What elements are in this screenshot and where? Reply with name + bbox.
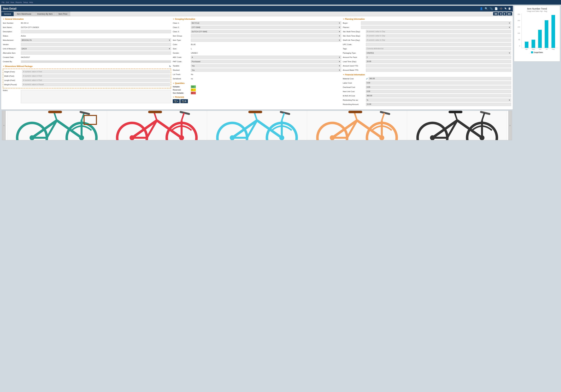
std-build-row: Std. Build Time (Day): A numeric value i… [343, 30, 511, 33]
unit-row: Unit of Measure: EACH ▼ [3, 47, 171, 51]
tab-item-warehouse[interactable]: Item Warehouse [14, 12, 34, 16]
class1-select[interactable]: BICYCLE ▼ [191, 22, 341, 25]
tab-general[interactable]: General [1, 12, 14, 16]
export-icon[interactable]: 📄 [495, 7, 498, 10]
clip-icon[interactable]: 📎 [490, 7, 493, 10]
planner-select[interactable]: ▼ [361, 26, 511, 29]
item-type-select[interactable]: ▼ [191, 39, 341, 42]
nav-next-button[interactable]: ▶ [503, 12, 507, 15]
detail-header: Item Detail 👤 🔍 📎 📄 ➕ ✎ 🗑 [1, 6, 513, 11]
manage-picture-button[interactable]: 📷⚙ [180, 99, 188, 103]
nettable-bar: 10 [191, 85, 196, 88]
gallery-item-5[interactable] [408, 111, 507, 140]
buyer-select[interactable]: ▼ [361, 22, 511, 25]
add-picture-button[interactable]: 📷+ [173, 99, 180, 103]
created-by-label: Created By: [3, 61, 21, 63]
item-name-row: Item Name: DUTCH CITY UNISEX [3, 25, 171, 29]
amount-used-input[interactable] [366, 64, 511, 67]
packaging-select[interactable]: CRATES ▼ [366, 51, 511, 55]
financial-section: Financial Information Material Cost: 🔗 3… [343, 74, 511, 106]
tab-item-price[interactable]: Item Price [56, 12, 70, 16]
col-planning: Planning Information Buyer: ▼ Planner: [343, 18, 511, 108]
item-group-select[interactable]: ▼ [191, 34, 341, 38]
std-build-input[interactable]: A numeric value in Day [366, 30, 511, 33]
material-input[interactable]: 360.00 [368, 77, 511, 80]
planner-label: Planner: [343, 26, 361, 28]
dimensions-box: Height (Feet): A numeric value in Feet W… [3, 69, 171, 88]
labor-input[interactable]: 0.00 [366, 81, 511, 85]
vendor-input[interactable] [21, 43, 171, 46]
unit-select[interactable]: EACH ▼ [21, 47, 171, 50]
menu-edit[interactable]: Edit [6, 1, 9, 3]
taxable-select[interactable]: Yes ▼ [191, 64, 341, 67]
restocking-amount-input[interactable]: 15.00 [366, 103, 511, 106]
width-input[interactable]: A numeric value in Feet [22, 74, 170, 78]
notes-input[interactable] [21, 90, 171, 103]
gallery-prev-button[interactable]: ‹ [2, 111, 6, 140]
menu-setup[interactable]: Setup [23, 1, 28, 3]
gallery-item-2[interactable] [107, 111, 206, 140]
shelf-life-row: Shelf Life Time (Day): A numeric value i… [343, 38, 511, 42]
overhead-input[interactable]: 0.00 [366, 86, 511, 89]
length-input[interactable]: A numeric value in Feet [22, 79, 170, 82]
amount-made-input[interactable] [366, 68, 511, 72]
add-icon[interactable]: ➕ [499, 7, 503, 10]
gallery-item-3[interactable] [207, 111, 307, 140]
svg-line-36 [255, 113, 257, 120]
wavg-input[interactable]: 360.00 [366, 94, 511, 98]
buyer-row: Buyer: ▼ [343, 21, 511, 25]
picture-buttons: 📷+ 📷⚙ [173, 99, 341, 103]
edit-icon[interactable]: ✎ [504, 7, 507, 10]
next-unit-input[interactable]: 0.00 [366, 90, 511, 93]
gallery-item-1[interactable] [7, 111, 107, 140]
alt-item-input[interactable] [21, 51, 171, 55]
description-row: Description: [3, 30, 171, 33]
nav-last-button[interactable]: ▶▶ [507, 12, 512, 15]
height-input[interactable]: A numeric value in Feet [22, 70, 170, 73]
nav-first-button[interactable]: ◀◀ [493, 12, 498, 15]
gallery-item-4[interactable] [307, 111, 407, 140]
tags-input[interactable]: Comma delimited list [366, 47, 511, 50]
class3-select[interactable]: DUTCH CITY BIKE ▼ [191, 30, 341, 33]
shelf-life-input[interactable]: A numeric value in Day [366, 39, 511, 42]
tab-inventory-by-item[interactable]: Inventory By Item [34, 12, 55, 16]
menu-file[interactable]: File [2, 1, 5, 3]
amount-used-label: Amount Used YTD: [343, 65, 366, 67]
nav-prev-button[interactable]: ◀ [499, 12, 502, 15]
pmt-select[interactable]: Purchased ▼ [191, 60, 341, 63]
menu-view[interactable]: View [10, 1, 14, 3]
menu-help[interactable]: Help [29, 1, 33, 3]
pmt-arrow-icon: ▼ [339, 61, 340, 63]
upc-input[interactable] [366, 43, 511, 46]
lead-time-input[interactable]: 20.00 [366, 60, 511, 63]
height-label: Height (Feet): [4, 71, 22, 73]
std-dock-input[interactable]: A numeric value in Day [366, 34, 511, 38]
search-icon[interactable]: 🔍 [485, 7, 488, 10]
length-label: Length (Feet): [4, 79, 22, 81]
y-label-5: 250 [516, 13, 520, 15]
alt-item-row: Alternative Item: [3, 51, 171, 55]
unit-value: EACH [22, 48, 27, 50]
created-by-row: Created By: ████████████ [3, 60, 171, 63]
weight-input[interactable]: A numeric value in Pound [22, 83, 170, 86]
class2-select[interactable]: CITY BIKE ▼ [191, 26, 341, 29]
chart-bar-jun [538, 30, 542, 48]
material-link-icon[interactable]: 🔗 [366, 78, 368, 80]
delete-icon[interactable]: 🗑 [508, 7, 511, 10]
amount-pack-input[interactable]: 1 [366, 56, 511, 59]
gallery-next-button[interactable]: › [508, 111, 512, 140]
header-icons: 👤 🔍 📎 📄 ➕ ✎ 🗑 [480, 7, 511, 10]
restocking-fee-select[interactable]: % ▼ [366, 98, 511, 102]
planner-row: Planner: ▼ [343, 25, 511, 29]
manufacturer-select[interactable]: BROOKLYN ▼ [21, 39, 171, 42]
description-input[interactable] [21, 30, 171, 33]
menu-reports[interactable]: Reports [15, 1, 22, 3]
person-icon[interactable]: 👤 [480, 7, 483, 10]
stocked-select[interactable]: Yes ▼ [191, 68, 341, 72]
dimensions-refresh-icon[interactable]: ↻ [169, 65, 171, 68]
wavg-row: W AVG M Cost: 360.00 [343, 94, 511, 98]
restocking-fee-value: % [367, 99, 368, 101]
abc-select[interactable]: A ▼ [191, 56, 341, 59]
amount-made-row: Amount Made YTD: [343, 68, 511, 72]
restocking-fee-arrow-icon: ▼ [508, 99, 510, 101]
